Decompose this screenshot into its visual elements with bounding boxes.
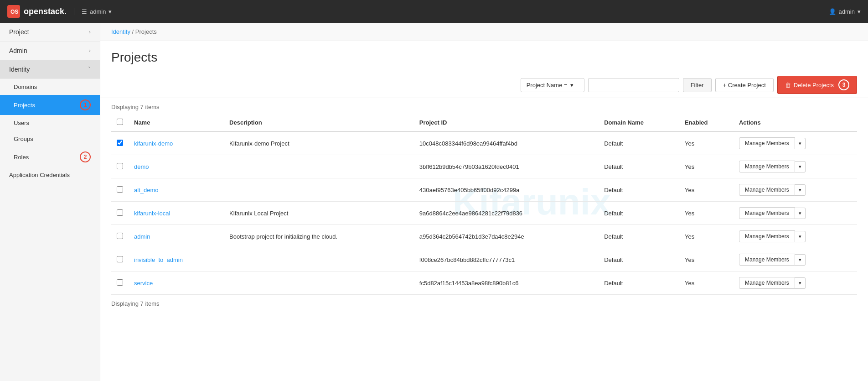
row-project-id: 3bff612b9db54c79b03a1620fdec0401 [414, 155, 599, 178]
table-header-domain-name: Domain Name [599, 114, 679, 131]
trash-icon: 🗑 [785, 82, 791, 89]
action-dropdown-button[interactable]: ▾ [795, 208, 806, 219]
filter-input[interactable] [588, 78, 679, 92]
filter-button[interactable]: Filter [683, 78, 712, 92]
row-actions: Manage Members▾ [734, 248, 857, 271]
row-project-id: fc5d82af15c14453a8ea98fc890b81c6 [414, 271, 599, 295]
create-project-button[interactable]: + Create Project [715, 78, 774, 92]
user-dropdown-icon: ▾ [858, 8, 861, 15]
manage-members-button[interactable]: Manage Members [739, 230, 795, 242]
table-header-name: Name [129, 114, 224, 131]
breadcrumb-parent[interactable]: Identity [111, 28, 130, 35]
sidebar-item-project[interactable]: Project › [0, 23, 100, 42]
sidebar-sub-roles-label: Roles [14, 154, 29, 161]
sidebar-sub-item-users[interactable]: Users [0, 115, 100, 131]
sidebar-item-admin[interactable]: Admin › [0, 42, 100, 60]
row-checkbox[interactable] [117, 140, 123, 146]
sidebar-sub-item-groups[interactable]: Groups [0, 131, 100, 147]
action-dropdown-button[interactable]: ▾ [795, 184, 806, 196]
delete-projects-button[interactable]: 🗑 Delete Projects 3 [777, 76, 857, 94]
toolbar: Project Name = ▾ Filter + Create Project… [100, 72, 868, 98]
manage-members-button[interactable]: Manage Members [739, 254, 795, 266]
project-name-link[interactable]: kifarunix-demo [134, 140, 173, 147]
row-name: kifarunix-local [129, 202, 224, 225]
breadcrumb-current: Projects [135, 28, 157, 35]
project-name-link[interactable]: kifarunix-local [134, 210, 170, 217]
action-dropdown-button[interactable]: ▾ [795, 231, 806, 242]
navbar-left: OS openstack. ☰ admin ▾ [7, 5, 112, 18]
row-checkbox[interactable] [117, 256, 123, 262]
filter-select[interactable]: Project Name = ▾ [521, 78, 584, 92]
project-name-link[interactable]: alt_demo [134, 187, 158, 193]
row-project-id: 430aef95763e405bb65ff00d92c4299a [414, 178, 599, 202]
row-domain-name: Default [599, 178, 679, 202]
row-actions: Manage Members▾ [734, 225, 857, 248]
page-header: Projects [100, 41, 868, 72]
main-layout: Project › Admin › Identity ˅ Domains Pro… [0, 23, 868, 381]
navbar-project[interactable]: ☰ admin ▾ [74, 8, 112, 15]
annotation-3: 3 [838, 79, 849, 90]
row-actions: Manage Members▾ [734, 178, 857, 202]
row-actions: Manage Members▾ [734, 202, 857, 225]
table-row: kifarunix-localKifarunix Local Project9a… [111, 202, 857, 225]
action-dropdown-button[interactable]: ▾ [795, 138, 806, 149]
delete-label: Delete Projects [794, 82, 834, 89]
select-all-checkbox[interactable] [117, 119, 123, 125]
displaying-info-top: Displaying 7 items [111, 98, 857, 114]
manage-members-button[interactable]: Manage Members [739, 137, 795, 149]
manage-members-button[interactable]: Manage Members [739, 161, 795, 172]
user-icon: 👤 [829, 8, 836, 15]
brand-icon: OS [7, 5, 20, 18]
chevron-right-icon: › [89, 47, 91, 54]
row-enabled: Yes [679, 225, 734, 248]
projects-table: Name Description Project ID Domain Name … [111, 114, 857, 295]
sidebar-item-identity[interactable]: Identity ˅ [0, 60, 100, 79]
project-name-link[interactable]: service [134, 280, 153, 287]
action-dropdown-button[interactable]: ▾ [795, 254, 806, 266]
row-project-id: f008ce267bc84bbd882cffc777773c1 [414, 248, 599, 271]
chevron-right-icon: › [89, 29, 91, 35]
row-checkbox[interactable] [117, 209, 123, 216]
action-btn-group: Manage Members▾ [739, 254, 852, 266]
manage-members-button[interactable]: Manage Members [739, 184, 795, 196]
table-header-actions: Actions [734, 114, 857, 131]
project-name-link[interactable]: demo [134, 163, 149, 170]
user-label: admin [839, 8, 855, 15]
project-name-link[interactable]: invisible_to_admin [134, 256, 183, 263]
svg-text:OS: OS [10, 9, 18, 15]
row-domain-name: Default [599, 131, 679, 155]
sidebar-sub-item-projects[interactable]: Projects 1 [0, 95, 100, 115]
navbar-brand: OS openstack. [7, 5, 67, 18]
project-label: admin [90, 8, 106, 15]
row-enabled: Yes [679, 271, 734, 295]
table-row: servicefc5d82af15c14453a8ea98fc890b81c6D… [111, 271, 857, 295]
row-name: admin [129, 225, 224, 248]
sidebar-sub-item-domains[interactable]: Domains [0, 79, 100, 95]
project-name-link[interactable]: admin [134, 233, 150, 240]
brand-name: openstack. [24, 7, 67, 16]
row-checkbox[interactable] [117, 279, 123, 286]
table-header-checkbox [111, 114, 129, 131]
sidebar-sub-item-roles[interactable]: Roles 2 [0, 147, 100, 167]
table-row: demo3bff612b9db54c79b03a1620fdec0401Defa… [111, 155, 857, 178]
row-domain-name: Default [599, 271, 679, 295]
manage-members-button[interactable]: Manage Members [739, 207, 795, 219]
action-dropdown-button[interactable]: ▾ [795, 277, 806, 289]
row-checkbox[interactable] [117, 163, 123, 169]
row-name: kifarunix-demo [129, 131, 224, 155]
sidebar-sub-item-app-credentials[interactable]: Application Credentials [0, 167, 100, 183]
action-dropdown-button[interactable]: ▾ [795, 161, 806, 172]
row-checkbox[interactable] [117, 233, 123, 239]
navbar-user[interactable]: 👤 admin ▾ [829, 8, 861, 15]
row-project-id: 9a6d8864c2ee4ae9864281c22f79d836 [414, 202, 599, 225]
row-enabled: Yes [679, 202, 734, 225]
row-name: invisible_to_admin [129, 248, 224, 271]
manage-members-button[interactable]: Manage Members [739, 277, 795, 289]
row-checkbox[interactable] [117, 186, 123, 193]
row-enabled: Yes [679, 155, 734, 178]
table-header-enabled: Enabled [679, 114, 734, 131]
sidebar-item-identity-label: Identity [9, 66, 30, 73]
content-area: Kifarunix Identity / Projects Projects P… [100, 23, 868, 381]
table-row: invisible_to_adminf008ce267bc84bbd882cff… [111, 248, 857, 271]
row-name: alt_demo [129, 178, 224, 202]
